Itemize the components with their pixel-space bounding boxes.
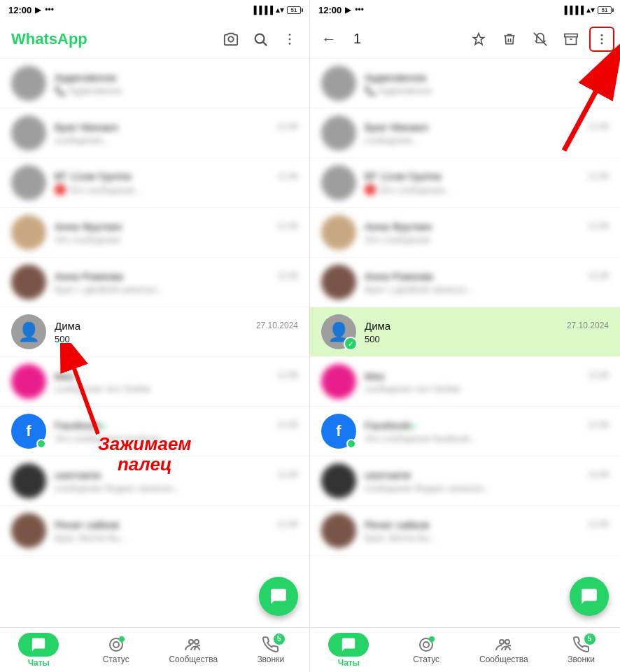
nav-calls-label-right: Звонки bbox=[568, 654, 595, 664]
svg-point-5 bbox=[289, 43, 291, 45]
svg-point-0 bbox=[228, 36, 233, 41]
left-phone-panel: 12:00 ▶ ••• ▐▐▐▐ ▴▾ 51 WhatsApp bbox=[0, 0, 310, 672]
back-button[interactable]: ← bbox=[316, 24, 342, 54]
chat-item[interactable]: Анна Рожкова 11:00 Брат с двойкой написа… bbox=[310, 258, 620, 307]
left-battery-icon: 51 bbox=[287, 6, 301, 14]
delete-icon[interactable] bbox=[497, 27, 522, 52]
calls-badge: 5 bbox=[274, 634, 285, 645]
nav-chats-right[interactable]: Чаты bbox=[324, 633, 373, 668]
nav-communities-label-right: Сообщества bbox=[479, 654, 528, 664]
svg-point-3 bbox=[289, 34, 291, 36]
dima-chat-item[interactable]: 👤 Дима 27.10.2024 500 bbox=[0, 307, 309, 357]
right-status-bar: 12:00 ▶ ••• ▐▐▐▐ ▴▾ 51 bbox=[310, 0, 620, 20]
nav-status-right[interactable]: Статус bbox=[402, 636, 451, 664]
svg-line-2 bbox=[263, 42, 267, 46]
avatar bbox=[321, 265, 356, 300]
chat-item[interactable]: Ренат сайков 11:00 Брат. Могли бы... bbox=[0, 506, 309, 556]
left-send-icon: ▶ bbox=[35, 5, 41, 15]
camera-icon[interactable] bbox=[223, 31, 239, 48]
avatar bbox=[321, 513, 356, 548]
left-app-bar: WhatsApp bbox=[0, 20, 309, 59]
svg-point-1 bbox=[255, 34, 265, 43]
chat-item[interactable]: Анна Рожкова 11:00 Брат с двойкой написа… bbox=[0, 258, 309, 307]
right-phone-panel: 12:00 ▶ ••• ▐▐▐▐ ▴▾ 51 ← 1 bbox=[310, 0, 620, 672]
chat-item[interactable]: ВТ 11ом Группа 11:00 ! Это сообщение... bbox=[310, 158, 620, 208]
chat-info: Facebook● 11:00 Это сообщение facebook..… bbox=[365, 419, 609, 444]
chat-item[interactable]: f Facebook● 11:00 Это сообщение facebook… bbox=[310, 407, 620, 456]
status-dot-right bbox=[429, 636, 435, 642]
chat-item[interactable]: Брат Михаил 11:00 сообщение... bbox=[310, 108, 620, 158]
avatar bbox=[321, 66, 356, 101]
svg-point-17 bbox=[601, 42, 603, 44]
dima-chat-item-selected[interactable]: 👤 ✓ Дима 27.10.2024 500 bbox=[310, 307, 620, 357]
communities-icon bbox=[185, 636, 202, 653]
avatar bbox=[11, 115, 46, 150]
nav-calls-right[interactable]: 5 Звонки bbox=[557, 636, 606, 664]
chat-info: Анна Фруткин 11:00 Это сообщение bbox=[365, 220, 609, 245]
dima-chat-info-right: Дима 27.10.2024 500 bbox=[365, 320, 609, 344]
chats-tab-active bbox=[18, 633, 59, 657]
search-icon[interactable] bbox=[252, 31, 269, 48]
chat-info: Facebook● 11:00 Это сообщение facebook..… bbox=[55, 419, 298, 444]
nav-calls-label: Звонки bbox=[257, 654, 284, 664]
chat-info: Ренат сайков 11:00 Брат. Могли бы... bbox=[55, 519, 298, 543]
chat-item[interactable]: ВТ 11ом Группа 11:00 ! Это сообщение... bbox=[0, 158, 309, 208]
chat-item[interactable]: Аудиозвонок 📞 Аудиозвонок bbox=[310, 59, 620, 108]
chat-item[interactable]: Аудиозвонок 📞 Аудиозвонок bbox=[0, 59, 309, 108]
avatar bbox=[11, 265, 46, 300]
svg-rect-13 bbox=[565, 34, 577, 36]
pin-icon[interactable] bbox=[466, 27, 491, 52]
nav-communities-right[interactable]: Сообщества bbox=[479, 636, 528, 664]
archive-icon[interactable] bbox=[558, 27, 584, 52]
compose-fab-right[interactable] bbox=[570, 577, 609, 616]
chat-info: username 11:00 сообщение Яндекс написал.… bbox=[55, 469, 298, 493]
chat-item[interactable]: f Facebook● 11:00 Это сообщение facebook… bbox=[0, 407, 309, 456]
right-wifi-icon: ▴▾ bbox=[586, 5, 595, 15]
chat-item[interactable]: Ренат сайков 11:00 Брат. Могли бы... bbox=[310, 506, 620, 556]
chat-info: ваш 11:00 сообщение тест Бобик bbox=[365, 370, 609, 394]
status-icon-wrap bbox=[108, 636, 125, 653]
chat-item[interactable]: Анна Фруткин 11:00 Это сообщение bbox=[0, 208, 309, 258]
more-options-button[interactable] bbox=[589, 27, 614, 52]
mute-icon[interactable] bbox=[528, 27, 553, 52]
chat-info: Брат Михаил 11:00 сообщение... bbox=[55, 121, 298, 146]
avatar bbox=[11, 165, 46, 200]
status-dot bbox=[119, 636, 125, 642]
svg-line-12 bbox=[534, 32, 547, 45]
nav-calls[interactable]: 5 Звонки bbox=[246, 636, 295, 664]
calls-badge-right: 5 bbox=[584, 634, 596, 645]
chat-item[interactable]: ваш 11:00 сообщение тест Бобик bbox=[310, 357, 620, 407]
chat-info: Брат Михаил 11:00 сообщение... bbox=[365, 121, 609, 146]
more-icon[interactable] bbox=[281, 31, 298, 48]
left-wifi-icon: ▴▾ bbox=[276, 5, 284, 15]
chat-icon bbox=[31, 637, 46, 652]
chat-item[interactable]: Брат Михаил 11:00 сообщение... bbox=[0, 108, 309, 158]
chat-item[interactable]: ваш 11:00 сообщение тест Бобик bbox=[0, 357, 309, 407]
chat-item[interactable]: username 11:00 сообщение Яндекс написал.… bbox=[0, 456, 309, 506]
nav-status[interactable]: Статус bbox=[92, 636, 141, 664]
selection-bar: ← 1 bbox=[310, 20, 620, 59]
left-app-title: WhatsApp bbox=[11, 30, 223, 48]
chat-info: Аудиозвонок 📞 Аудиозвонок bbox=[365, 71, 609, 96]
left-chat-list: Аудиозвонок 📞 Аудиозвонок Брат Михаил 11… bbox=[0, 59, 309, 627]
svg-point-9 bbox=[195, 640, 199, 644]
avatar bbox=[11, 66, 46, 101]
avatar bbox=[321, 463, 356, 498]
left-status-bar: 12:00 ▶ ••• ▐▐▐▐ ▴▾ 51 bbox=[0, 0, 309, 20]
chat-item[interactable]: username 11:00 сообщение Яндекс написал.… bbox=[310, 456, 620, 506]
chat-info: Аудиозвонок 📞 Аудиозвонок bbox=[55, 71, 298, 96]
right-battery-icon: 51 bbox=[598, 6, 612, 14]
nav-chats[interactable]: Чаты bbox=[14, 633, 63, 668]
nav-status-label-right: Статус bbox=[413, 654, 439, 664]
nav-communities[interactable]: Сообщества bbox=[169, 636, 218, 664]
compose-fab[interactable] bbox=[259, 577, 298, 616]
calls-icon-wrap: 5 bbox=[262, 636, 279, 653]
communities-icon-wrap-right bbox=[495, 636, 512, 653]
left-bottom-nav: Чаты Статус Сообщества 5 Звонки bbox=[0, 627, 309, 672]
chat-item[interactable]: Анна Фруткин 11:00 Это сообщение bbox=[310, 208, 620, 258]
chat-icon-right bbox=[341, 637, 356, 652]
right-status-time-group: 12:00 ▶ ••• bbox=[318, 5, 364, 15]
left-status-time-group: 12:00 ▶ ••• bbox=[8, 5, 54, 15]
chat-info: Анна Фруткин 11:00 Это сообщение bbox=[55, 220, 298, 245]
communities-icon-wrap bbox=[185, 636, 202, 653]
